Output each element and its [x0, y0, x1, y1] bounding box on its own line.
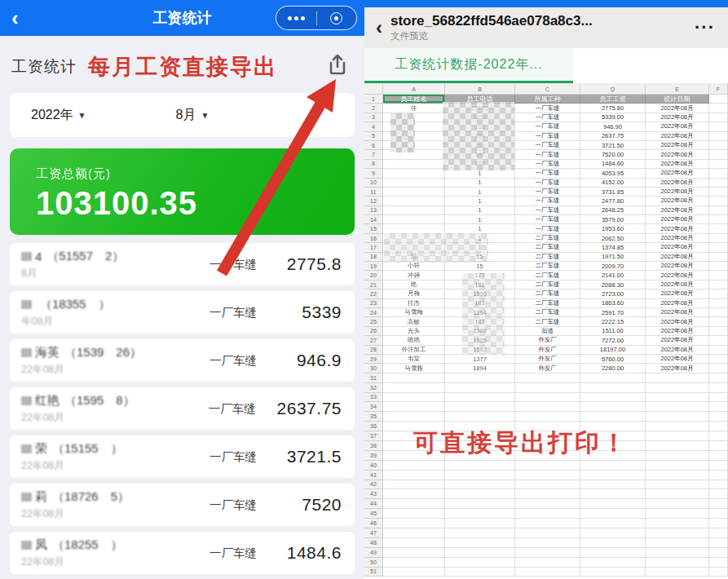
sheet-cell-worktype[interactable]: 外发厂	[515, 364, 580, 373]
sheet-cell[interactable]	[515, 461, 580, 471]
export-share-icon[interactable]	[325, 53, 350, 81]
sheet-cell-date[interactable]: 2022年08月	[646, 104, 709, 113]
miniprogram-capsule[interactable]	[276, 6, 357, 30]
sheet-cell-date[interactable]: 2022年08月	[646, 113, 709, 122]
sheet-cell-worktype[interactable]: 一厂车缝	[515, 179, 580, 188]
sheet-cell-worktype[interactable]: 二厂车缝	[515, 299, 580, 308]
sheet-cell[interactable]	[646, 412, 709, 422]
sheet-cell-wage[interactable]: 2775.80	[580, 104, 646, 113]
sheet-cell-date[interactable]: 2022年08月	[646, 299, 709, 308]
sheet-cell[interactable]	[580, 461, 646, 471]
sheet-cell[interactable]	[515, 402, 580, 412]
sheet-cell[interactable]	[580, 538, 646, 548]
sheet-cell-date[interactable]: 2022年08月	[646, 317, 709, 326]
sheet-cell-date[interactable]: 2022年08月	[646, 188, 709, 197]
sheet-cell[interactable]	[445, 461, 515, 471]
sheet-header-cell[interactable]: 员工姓名	[383, 95, 445, 104]
sheet-cell-phone[interactable]: 1	[445, 188, 515, 197]
sheet-cell[interactable]	[515, 499, 580, 509]
sheet-cell-worktype[interactable]: 一厂车缝	[515, 104, 580, 113]
sheet-cell[interactable]	[383, 489, 445, 499]
sheet-cell-wage[interactable]: 1863.60	[580, 299, 646, 308]
sheet-cell-worktype[interactable]: 二厂车缝	[515, 243, 580, 252]
sheet-header-cell[interactable]: 统计日期	[646, 95, 709, 104]
sheet-cell-wage[interactable]: 4053.95	[580, 169, 646, 178]
sheet-cell[interactable]	[709, 383, 728, 393]
sheet-cell[interactable]	[709, 308, 728, 317]
sheet-cell[interactable]	[383, 373, 445, 383]
sheet-cell[interactable]	[383, 412, 445, 422]
sheet-cell-worktype[interactable]: 二厂车缝	[515, 234, 580, 243]
sheet-cell-name[interactable]	[383, 188, 445, 197]
sheet-cell[interactable]	[709, 519, 728, 528]
sheet-cell[interactable]	[445, 499, 515, 509]
sheet-cell-worktype[interactable]: 一厂车缝	[515, 197, 580, 206]
sheet-cell-phone[interactable]: 1	[445, 179, 515, 188]
sheet-cell[interactable]	[646, 471, 709, 480]
sheet-cell[interactable]	[580, 548, 646, 558]
sheet-cell-date[interactable]: 2022年08月	[646, 364, 709, 373]
sheet-cell[interactable]	[383, 499, 445, 509]
sheet-cell[interactable]	[709, 234, 728, 243]
sheet-cell-date[interactable]: 2022年08月	[646, 122, 709, 131]
sheet-cell-name[interactable]: 冲婷	[383, 271, 445, 280]
sheet-cell-worktype[interactable]: 后道	[515, 327, 580, 336]
sheet-cell[interactable]	[515, 509, 580, 519]
sheet-cell[interactable]	[580, 393, 646, 403]
sheet-cell[interactable]	[709, 317, 728, 326]
sheet-cell[interactable]	[709, 206, 728, 215]
sheet-cell[interactable]	[580, 402, 646, 412]
sheet-cell-name[interactable]: 韦堂	[383, 355, 445, 364]
sheet-cell[interactable]	[580, 499, 646, 509]
year-dropdown[interactable]: 2022年▼	[31, 107, 86, 124]
sheet-cell[interactable]	[580, 471, 646, 480]
salary-row[interactable]: 4 （51557 2） 8月 一厂车缝 2775.8	[10, 243, 355, 285]
sheet-cell-name[interactable]: 外注加工	[383, 346, 445, 355]
sheet-cell[interactable]	[709, 538, 728, 548]
sheet-cell[interactable]	[709, 95, 728, 104]
sheet-cell[interactable]	[709, 122, 728, 131]
sheet-cell-name[interactable]	[383, 169, 445, 178]
sheet-cell-wage[interactable]: 2648.25	[580, 206, 646, 215]
sheet-cell-phone[interactable]: 1377	[445, 355, 515, 364]
sheet-cell[interactable]	[515, 412, 580, 422]
close-circle-icon[interactable]	[317, 12, 357, 24]
sheet-cell-name[interactable]: 小符	[383, 262, 445, 271]
sheet-cell[interactable]	[709, 179, 728, 188]
sheet-cell[interactable]	[646, 461, 709, 471]
sheet-cell-wage[interactable]: 7272.00	[580, 336, 646, 345]
sheet-cell-worktype[interactable]: 一厂车缝	[515, 215, 580, 224]
sheet-cell-date[interactable]: 2022年08月	[646, 234, 709, 243]
sheet-cell[interactable]	[709, 150, 728, 159]
sheet-cell[interactable]	[646, 509, 709, 519]
sheet-cell-wage[interactable]: 3721.50	[580, 141, 646, 150]
sheet-cell[interactable]	[709, 364, 728, 373]
sheet-cell-worktype[interactable]: 一厂车缝	[515, 224, 580, 233]
sheet-cell-date[interactable]: 2022年08月	[646, 169, 709, 178]
sheet-cell[interactable]	[646, 383, 709, 393]
sheet-cell[interactable]	[709, 355, 728, 364]
sheet-cell[interactable]	[515, 528, 580, 538]
sheet-cell[interactable]	[709, 327, 728, 336]
sheet-cell-date[interactable]: 2022年08月	[646, 132, 709, 141]
sheet-cell[interactable]	[646, 489, 709, 499]
sheet-cell[interactable]	[709, 393, 728, 403]
sheet-cell[interactable]	[709, 188, 728, 197]
sheet-cell[interactable]	[709, 169, 728, 178]
sheet-cell[interactable]	[709, 422, 728, 431]
sheet-cell[interactable]	[709, 489, 728, 499]
sheet-cell[interactable]	[646, 548, 709, 558]
sheet-cell-wage[interactable]: 2009.70	[580, 262, 646, 271]
sheet-cell-wage[interactable]: 2637.75	[580, 132, 646, 141]
sheet-cell[interactable]	[445, 558, 515, 568]
sheet-cell[interactable]	[646, 441, 709, 451]
sheet-cell-worktype[interactable]: 二厂车缝	[515, 271, 580, 280]
sheet-cell-worktype[interactable]: 二厂车缝	[515, 253, 580, 262]
sheet-cell[interactable]	[383, 558, 445, 568]
sheet-cell[interactable]	[709, 431, 728, 441]
sheet-cell[interactable]	[515, 558, 580, 568]
sheet-cell[interactable]	[646, 528, 709, 538]
sheet-cell[interactable]	[709, 499, 728, 509]
sheet-cell-date[interactable]: 2022年08月	[646, 308, 709, 317]
sheet-cell[interactable]	[445, 519, 515, 528]
